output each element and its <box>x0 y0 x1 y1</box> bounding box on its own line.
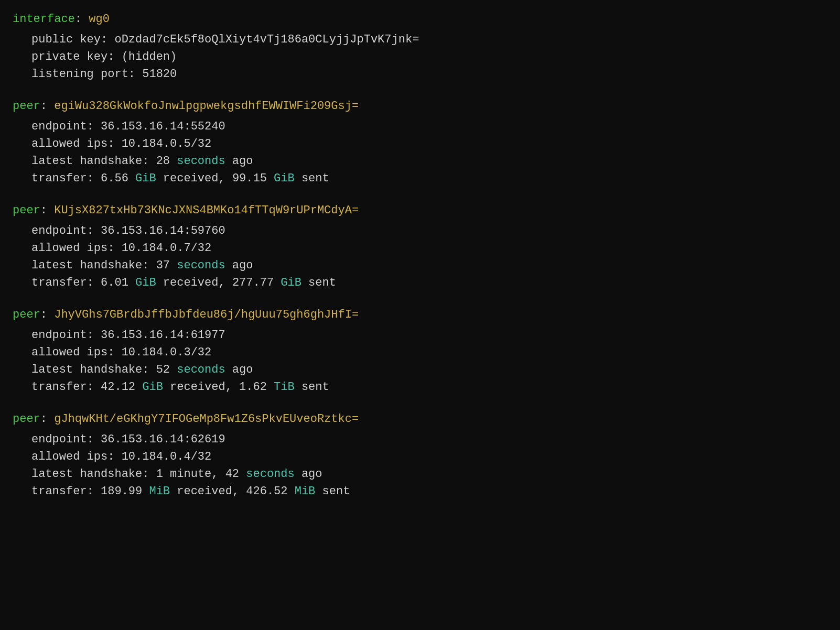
peer-details-2: endpoint: 36.153.16.14:61977 allowed ips… <box>13 327 827 396</box>
handshake-unit-1: seconds <box>177 259 225 272</box>
handshake-number-2: 52 <box>156 363 177 376</box>
handshake-label-0: latest handshake: <box>31 155 149 168</box>
interface-block: interface: wg0 public key: oDzdad7cEk5f8… <box>13 10 827 83</box>
allowed-ips-value-0: 10.184.0.5/32 <box>122 137 212 150</box>
allowed-ips-value-3: 10.184.0.4/32 <box>122 450 212 463</box>
transfer-received-unit-2: GiB <box>142 381 163 394</box>
transfer-received-unit-1: GiB <box>135 276 156 289</box>
handshake-suffix-3: ago <box>295 468 322 481</box>
interface-public-key-line: public key: oDzdad7cEk5f8oQlXiyt4vTj186a… <box>31 31 827 48</box>
peer-endpoint-line-3: endpoint: 36.153.16.14:62619 <box>31 431 827 448</box>
peer-key-2: JhyVGhs7GBrdbJffbJbfdeu86j/hgUuu75gh6ghJ… <box>54 308 359 321</box>
peer-endpoint-line-1: endpoint: 36.153.16.14:59760 <box>31 222 827 240</box>
peer-header-line-1: peer: KUjsX827txHb73KNcJXNS4BMKo14fTTqW9… <box>13 202 827 219</box>
peer-endpoint-line-2: endpoint: 36.153.16.14:61977 <box>31 327 827 344</box>
peer-allowed-ips-line-0: allowed ips: 10.184.0.5/32 <box>31 135 827 153</box>
peer-details-1: endpoint: 36.153.16.14:59760 allowed ips… <box>13 222 827 291</box>
peer-transfer-line-2: transfer: 42.12 GiB received, 1.62 TiB s… <box>31 378 827 396</box>
peer-details-0: endpoint: 36.153.16.14:55240 allowed ips… <box>13 118 827 187</box>
interface-header-line: interface: wg0 <box>13 10 827 28</box>
peer-allowed-ips-line-3: allowed ips: 10.184.0.4/32 <box>31 448 827 465</box>
peer-handshake-line-0: latest handshake: 28 seconds ago <box>31 153 827 170</box>
transfer-sent-suffix-3: sent <box>315 485 350 498</box>
endpoint-value-1: 36.153.16.14:59760 <box>101 224 225 237</box>
handshake-label-2: latest handshake: <box>31 363 149 376</box>
interface-private-key-line: private key: (hidden) <box>31 48 827 66</box>
transfer-label-2: transfer: <box>31 381 94 394</box>
interface-name: wg0 <box>89 13 110 26</box>
endpoint-value-0: 36.153.16.14:55240 <box>101 120 225 133</box>
allowed-ips-label-2: allowed ips: <box>31 346 114 359</box>
peer-handshake-line-1: latest handshake: 37 seconds ago <box>31 257 827 274</box>
handshake-label-3: latest handshake: <box>31 468 149 481</box>
peer-handshake-line-2: latest handshake: 52 seconds ago <box>31 361 827 378</box>
endpoint-value-2: 36.153.16.14:61977 <box>101 329 225 342</box>
interface-details: public key: oDzdad7cEk5f8oQlXiyt4vTj186a… <box>13 31 827 83</box>
transfer-received-unit-3: MiB <box>149 485 170 498</box>
transfer-sent-0: 99.15 <box>232 172 274 185</box>
transfer-received-1: 6.01 <box>101 276 135 289</box>
listening-port-label: listening port: <box>31 68 135 81</box>
peer-key-3: gJhqwKHt/eGKhgY7IFOGeMp8Fw1Z6sPkvEUveoRz… <box>54 412 359 426</box>
peer-keyword-2: peer <box>13 308 40 321</box>
transfer-label-0: transfer: <box>31 172 94 185</box>
peer-endpoint-line-0: endpoint: 36.153.16.14:55240 <box>31 118 827 135</box>
allowed-ips-value-2: 10.184.0.3/32 <box>122 346 212 359</box>
peer-header-line-2: peer: JhyVGhs7GBrdbJffbJbfdeu86j/hgUuu75… <box>13 306 827 323</box>
peer-header-line-3: peer: gJhqwKHt/eGKhgY7IFOGeMp8Fw1Z6sPkvE… <box>13 410 827 428</box>
handshake-suffix-0: ago <box>225 155 253 168</box>
public-key-label: public key: <box>31 33 107 46</box>
transfer-sent-2: 1.62 <box>239 381 274 394</box>
peer-header-line-0: peer: egiWu328GkWokfoJnwlpgpwekgsdhfEWWI… <box>13 97 827 115</box>
endpoint-label-2: endpoint: <box>31 329 94 342</box>
peer-block-1: peer: KUjsX827txHb73KNcJXNS4BMKo14fTTqW9… <box>13 202 827 291</box>
endpoint-label-0: endpoint: <box>31 120 94 133</box>
allowed-ips-value-1: 10.184.0.7/32 <box>122 242 212 255</box>
peer-block-3: peer: gJhqwKHt/eGKhgY7IFOGeMp8Fw1Z6sPkvE… <box>13 410 827 500</box>
handshake-suffix-2: ago <box>225 363 253 376</box>
handshake-number-1: 37 <box>156 259 177 272</box>
transfer-received-3: 189.99 <box>101 485 149 498</box>
private-key-value: (hidden) <box>122 50 177 63</box>
peer-details-3: endpoint: 36.153.16.14:62619 allowed ips… <box>13 431 827 500</box>
peer-keyword-0: peer <box>13 100 40 113</box>
handshake-unit-2: seconds <box>177 363 225 376</box>
transfer-sent-suffix-2: sent <box>295 381 329 394</box>
peer-transfer-line-0: transfer: 6.56 GiB received, 99.15 GiB s… <box>31 170 827 187</box>
peer-key-0: egiWu328GkWokfoJnwlpgpwekgsdhfEWWIWFi209… <box>54 100 359 113</box>
allowed-ips-label-1: allowed ips: <box>31 242 114 255</box>
handshake-suffix-1: ago <box>225 259 253 272</box>
endpoint-label-3: endpoint: <box>31 433 94 446</box>
transfer-sent-3: 426.52 <box>246 485 294 498</box>
endpoint-label-1: endpoint: <box>31 224 94 237</box>
private-key-label: private key: <box>31 50 114 63</box>
interface-listening-port-line: listening port: 51820 <box>31 66 827 83</box>
transfer-received-unit-0: GiB <box>135 172 156 185</box>
transfer-received-suffix-2: received, <box>163 381 239 394</box>
peer-keyword-3: peer <box>13 412 40 426</box>
peer-allowed-ips-line-1: allowed ips: 10.184.0.7/32 <box>31 240 827 257</box>
handshake-unit-3: seconds <box>246 468 294 481</box>
peer-allowed-ips-line-2: allowed ips: 10.184.0.3/32 <box>31 344 827 361</box>
peer-transfer-line-3: transfer: 189.99 MiB received, 426.52 Mi… <box>31 483 827 500</box>
handshake-label-1: latest handshake: <box>31 259 149 272</box>
endpoint-value-3: 36.153.16.14:62619 <box>101 433 225 446</box>
transfer-label-1: transfer: <box>31 276 94 289</box>
transfer-sent-unit-1: GiB <box>281 276 301 289</box>
interface-keyword: interface <box>13 13 75 26</box>
public-key-value: oDzdad7cEk5f8oQlXiyt4vTj186a0CLyjjJpTvK7… <box>114 33 419 46</box>
transfer-sent-unit-3: MiB <box>295 485 316 498</box>
peer-handshake-line-3: latest handshake: 1 minute, 42 seconds a… <box>31 465 827 483</box>
peer-block-0: peer: egiWu328GkWokfoJnwlpgpwekgsdhfEWWI… <box>13 97 827 187</box>
transfer-received-suffix-0: received, <box>156 172 232 185</box>
transfer-sent-unit-2: TiB <box>274 381 295 394</box>
transfer-sent-1: 277.77 <box>232 276 281 289</box>
transfer-label-3: transfer: <box>31 485 94 498</box>
peer-key-1: KUjsX827txHb73KNcJXNS4BMKo14fTTqW9rUPrMC… <box>54 204 359 217</box>
transfer-received-suffix-3: received, <box>170 485 246 498</box>
peers-container: peer: egiWu328GkWokfoJnwlpgpwekgsdhfEWWI… <box>13 97 827 500</box>
transfer-received-2: 42.12 <box>101 381 142 394</box>
handshake-unit-0: seconds <box>177 155 225 168</box>
listening-port-value: 51820 <box>142 68 177 81</box>
handshake-number-0: 28 <box>156 155 177 168</box>
